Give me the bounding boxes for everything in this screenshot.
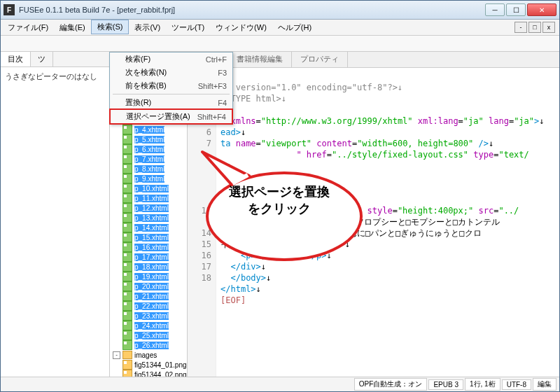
file-item[interactable]: p_22.xhtml <box>110 301 187 311</box>
tab-bookinfo[interactable]: 書籍情報編集 <box>228 52 292 67</box>
file-item[interactable]: p_12.xhtml <box>110 203 187 213</box>
menu-search[interactable]: 検索(S) <box>91 20 130 34</box>
menuitem-replace-selected-pages[interactable]: 選択ページ置換(A) Shift+F4 <box>109 108 233 125</box>
file-name: p_8.xhtml <box>134 165 164 173</box>
app-icon: F <box>4 4 15 15</box>
xhtml-file-icon <box>122 144 132 154</box>
file-item[interactable]: p_6.xhtml <box>110 144 187 154</box>
callout-line1: 選択ページを置換 <box>213 183 346 200</box>
file-name: p_13.xhtml <box>134 214 169 222</box>
menuitem-shortcut: Shift+F3 <box>198 82 227 90</box>
file-name: p_19.xhtml <box>134 273 169 281</box>
menuitem-shortcut: F3 <box>218 69 227 77</box>
file-item[interactable]: p_24.xhtml <box>110 321 187 330</box>
left-panel: 目次 ツ うさぎなピーターのはなし <box>1 52 110 377</box>
file-item[interactable]: p_17.xhtml <box>110 252 187 262</box>
xhtml-file-icon <box>122 321 132 330</box>
menu-view[interactable]: 表示(V) <box>129 21 166 34</box>
left-tab-toc[interactable]: 目次 <box>1 52 31 66</box>
menuitem-find-next[interactable]: 次を検索(N) F3 <box>110 66 232 79</box>
xhtml-file-icon <box>122 164 132 174</box>
file-item[interactable]: p_23.xhtml <box>110 311 187 321</box>
file-name: p_4.xhtml <box>134 126 164 134</box>
search-menu-dropdown: 検索(F) Ctrl+F 次を検索(N) F3 前を検索(B) Shift+F3… <box>109 52 233 125</box>
file-name: p_24.xhtml <box>134 322 169 330</box>
file-item[interactable]: p_16.xhtml <box>110 242 187 252</box>
folder-images[interactable]: -images <box>110 350 187 360</box>
mdi-close-button[interactable]: x <box>542 22 555 33</box>
xhtml-file-icon <box>122 311 132 321</box>
menu-file[interactable]: ファイル(F) <box>2 21 54 34</box>
file-item[interactable]: p_9.xhtml <box>110 174 187 183</box>
file-item[interactable]: fig51344_01.png <box>110 360 187 370</box>
image-file-icon <box>122 360 132 370</box>
file-item[interactable]: p_7.xhtml <box>110 154 187 164</box>
folder-icon <box>122 351 132 359</box>
file-item[interactable]: p_8.xhtml <box>110 164 187 174</box>
xhtml-file-icon <box>122 183 132 193</box>
mdi-minimize-button[interactable]: - <box>514 22 527 33</box>
editor-tabs: ビュー 書籍情報編集 プロパティ <box>188 52 559 68</box>
file-item[interactable]: p_14.xhtml <box>110 223 187 232</box>
file-name: p_18.xhtml <box>134 263 169 271</box>
collapse-icon[interactable]: - <box>113 351 120 359</box>
xhtml-file-icon <box>122 330 132 340</box>
menuitem-replace[interactable]: 置換(R) F4 <box>110 96 232 109</box>
image-file-icon <box>122 370 132 377</box>
file-item[interactable]: p_20.xhtml <box>110 281 187 291</box>
menuitem-find-prev[interactable]: 前を検索(B) Shift+F3 <box>110 79 232 92</box>
file-item[interactable]: fig51344_02.png <box>110 370 187 377</box>
status-mode: 編集 <box>533 378 556 391</box>
close-button[interactable]: ✕ <box>527 4 556 16</box>
folder-name: images <box>134 351 157 359</box>
file-item[interactable]: p_5.xhtml <box>110 134 187 144</box>
menuitem-label: 検索(F) <box>125 54 150 64</box>
menu-tools[interactable]: ツール(T) <box>166 21 210 34</box>
status-position: 1行, 1桁 <box>465 378 500 391</box>
annotation-callout: 選択ページを置換 をクリック <box>200 150 368 265</box>
xhtml-file-icon <box>122 154 132 164</box>
file-name: fig51344_01.png <box>134 361 187 369</box>
file-name: p_7.xhtml <box>134 155 164 163</box>
statusbar: OPF自動生成：オン EPUB 3 1行, 1桁 UTF-8 編集 <box>1 377 559 391</box>
file-name: p_22.xhtml <box>134 302 169 310</box>
file-item[interactable]: p_19.xhtml <box>110 272 187 281</box>
file-item[interactable]: p_21.xhtml <box>110 291 187 301</box>
file-item[interactable]: p_13.xhtml <box>110 213 187 223</box>
file-item[interactable]: p_15.xhtml <box>110 232 187 242</box>
file-name: p_9.xhtml <box>134 175 164 183</box>
xhtml-file-icon <box>122 262 132 272</box>
file-item[interactable]: p_10.xhtml <box>110 183 187 193</box>
left-tab-other[interactable]: ツ <box>31 52 53 66</box>
menu-separator <box>113 94 230 94</box>
minimize-button[interactable]: ─ <box>485 4 505 16</box>
menuitem-label: 次を検索(N) <box>125 67 167 78</box>
menubar: ファイル(F) 編集(E) 検索(S) 表示(V) ツール(T) ウィンドウ(W… <box>1 20 559 36</box>
xhtml-file-icon <box>122 213 132 223</box>
menu-help[interactable]: ヘルプ(H) <box>272 21 317 34</box>
file-item[interactable]: p_25.xhtml <box>110 330 187 340</box>
menuitem-find[interactable]: 検索(F) Ctrl+F <box>110 52 232 66</box>
xhtml-file-icon <box>122 193 132 203</box>
tab-properties[interactable]: プロパティ <box>292 52 348 67</box>
file-item[interactable]: p_4.xhtml <box>110 125 187 134</box>
xhtml-file-icon <box>122 242 132 252</box>
menu-window[interactable]: ウィンドウ(W) <box>210 21 272 34</box>
menuitem-label: 選択ページ置換(A) <box>126 111 190 122</box>
maximize-button[interactable]: ☐ <box>506 4 526 16</box>
file-name: p_5.xhtml <box>134 136 164 144</box>
file-name: p_20.xhtml <box>134 283 169 290</box>
xhtml-file-icon <box>122 203 132 213</box>
menu-edit[interactable]: 編集(E) <box>54 21 91 34</box>
file-name: p_14.xhtml <box>134 224 169 232</box>
toolbar <box>1 36 559 52</box>
callout-line2: をクリック <box>213 200 346 217</box>
titlebar: F FUSEe 0.1.1 beta Build 7e - [peter_rab… <box>1 1 559 20</box>
mdi-restore-button[interactable]: □ <box>528 22 541 33</box>
file-item[interactable]: p_26.xhtml <box>110 340 187 350</box>
menuitem-label: 前を検索(B) <box>125 80 167 91</box>
file-item[interactable]: p_11.xhtml <box>110 193 187 203</box>
window-title: FUSEe 0.1.1 beta Build 7e - [peter_rabbi… <box>19 6 485 14</box>
file-item[interactable]: p_18.xhtml <box>110 262 187 272</box>
file-name: p_26.xhtml <box>134 342 169 349</box>
